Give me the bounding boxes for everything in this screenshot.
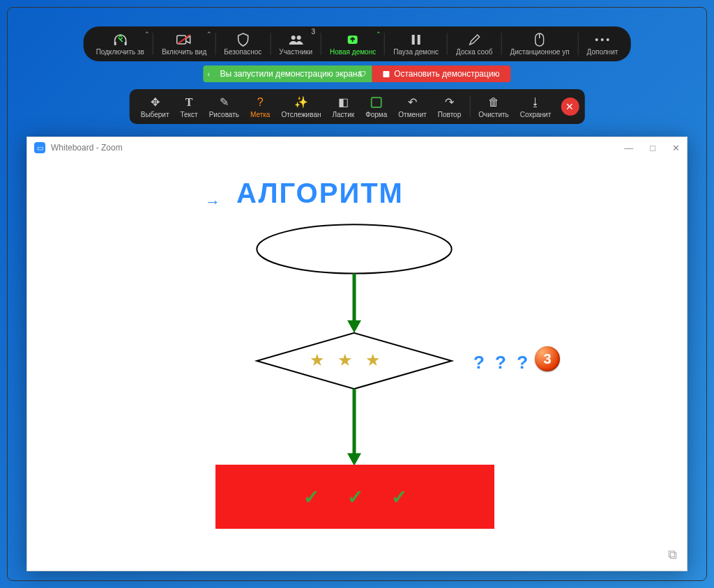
video-off-icon [176,33,192,47]
whiteboard-button[interactable]: Доска сооб [449,28,499,60]
copy-share-icon[interactable]: ⧉ [668,548,677,562]
svg-point-5 [296,36,301,40]
stop-share-button[interactable]: Остановить демонстрацию [372,65,510,82]
svg-point-12 [601,38,604,41]
maximize-button[interactable]: □ [650,143,655,153]
close-window-button[interactable]: ✕ [672,143,680,153]
undo-button[interactable]: ↶ Отменит [393,91,432,123]
wand-icon: ✨ [294,95,308,109]
svg-rect-7 [412,35,415,45]
separator [447,33,448,55]
security-label: Безопаснос [224,48,261,56]
svg-marker-19 [347,453,361,465]
text-tool[interactable]: T Текст [175,91,204,123]
annotation-toolbar: ✥ Выберит T Текст ✎ Рисовать ? Метка ✨ О… [130,89,585,124]
draw-tool[interactable]: ✎ Рисовать [204,91,245,123]
move-icon: ✥ [151,95,160,109]
save-button[interactable]: ⭳ Сохранит [515,91,556,123]
stamp-label: Метка [250,111,270,118]
eraser-tool[interactable]: ◧ Ластик [326,91,360,123]
new-share-button[interactable]: Новая демонс ⌃ [323,28,383,60]
svg-rect-8 [418,35,420,45]
stop-icon [383,71,389,77]
video-button[interactable]: Включить вид ⌃ [155,28,213,60]
people-icon [287,33,304,47]
number-badge: 3 [535,346,560,371]
eraser-label: Ластик [332,111,354,118]
remote-button[interactable]: Дистанционное уп [503,28,576,60]
pause-icon [411,33,422,47]
sharing-text: Вы запустили демонстрацию экрана [220,69,362,79]
minimize-button[interactable]: — [624,143,633,153]
whiteboard-canvas[interactable]: → АЛГОРИТМ ★ ★ ★ ? ? ? 3 ✓ ✓ ✓ ⧉ [27,158,687,571]
spotlight-label: Отслеживан [281,111,321,118]
whiteboard-window: ▭ Whiteboard - Zoom — □ ✕ → АЛГОРИТМ ★ ★… [26,137,688,571]
select-label: Выберит [141,111,169,118]
separator [215,33,215,55]
separator [578,33,579,55]
svg-rect-0 [114,42,116,45]
more-button[interactable]: Дополнит [580,28,625,60]
pencil-icon [468,33,480,47]
participants-count: 3 [312,28,316,36]
chevron-left-icon: ‹ [207,70,209,78]
clear-label: Очистить [478,111,509,118]
svg-marker-16 [347,320,361,333]
svg-point-13 [607,38,609,41]
pause-share-button[interactable]: Пауза демонс [386,28,446,60]
audio-label: Подключить зв [96,48,144,56]
separator [469,95,470,118]
question-icon: ? [257,95,264,109]
shield-check-icon: 🛡 [358,70,366,78]
draw-label: Рисовать [209,111,239,118]
separator [384,33,385,55]
separator [270,33,271,55]
star-icon: ★ [310,350,325,370]
remote-label: Дистанционное уп [510,48,569,56]
result-box: ✓ ✓ ✓ [215,465,494,529]
mouse-icon [535,33,545,47]
eraser-icon: ◧ [338,95,349,109]
text-label: Текст [181,111,198,118]
separator [153,33,153,55]
participants-label: Участники [279,48,312,56]
share-up-icon [344,33,362,47]
window-titlebar[interactable]: ▭ Whiteboard - Zoom — □ ✕ [27,137,687,158]
shape-icon [371,95,382,109]
stamp-tool[interactable]: ? Метка [245,91,275,123]
sharing-status[interactable]: ‹ Вы запустили демонстрацию экрана 🛡 [203,65,372,82]
undo-label: Отменит [398,111,426,118]
undo-icon: ↶ [408,95,417,109]
security-button[interactable]: Безопаснос [217,28,268,60]
svg-point-14 [257,224,451,273]
pause-share-label: Пауза демонс [393,48,439,56]
whiteboard-label: Доска сооб [456,48,492,56]
redo-label: Повтор [438,111,461,118]
participants-button[interactable]: 3 Участники [272,28,319,60]
separator [321,33,321,55]
question-marks: ? ? ? [473,352,531,373]
meeting-toolbar: Подключить зв ⌃ Включить вид ⌃ Безопасно… [84,26,631,61]
select-tool[interactable]: ✥ Выберит [135,91,175,123]
check-icon: ✓ [391,486,407,509]
caret-icon: ⌃ [144,31,150,38]
clear-button[interactable]: 🗑 Очистить [473,91,515,123]
check-icon: ✓ [303,486,319,509]
separator [501,33,501,55]
star-icon: ★ [337,350,353,370]
svg-point-4 [291,36,295,40]
save-label: Сохранит [520,111,551,118]
format-tool[interactable]: Форма [360,91,393,123]
spotlight-tool[interactable]: ✨ Отслеживан [275,91,326,123]
headphones-icon [112,33,128,47]
zoom-app-icon: ▭ [34,142,45,153]
redo-button[interactable]: ↷ Повтор [432,91,466,123]
stop-share-label: Остановить демонстрацию [394,69,499,79]
close-toolbar-button[interactable]: ✕ [561,98,579,116]
caret-icon: ⌃ [376,31,381,38]
star-icon: ★ [365,350,381,370]
caret-icon: ⌃ [206,31,212,38]
svg-rect-1 [124,42,126,45]
audio-button[interactable]: Подключить зв ⌃ [89,28,151,60]
download-icon: ⭳ [530,95,541,109]
